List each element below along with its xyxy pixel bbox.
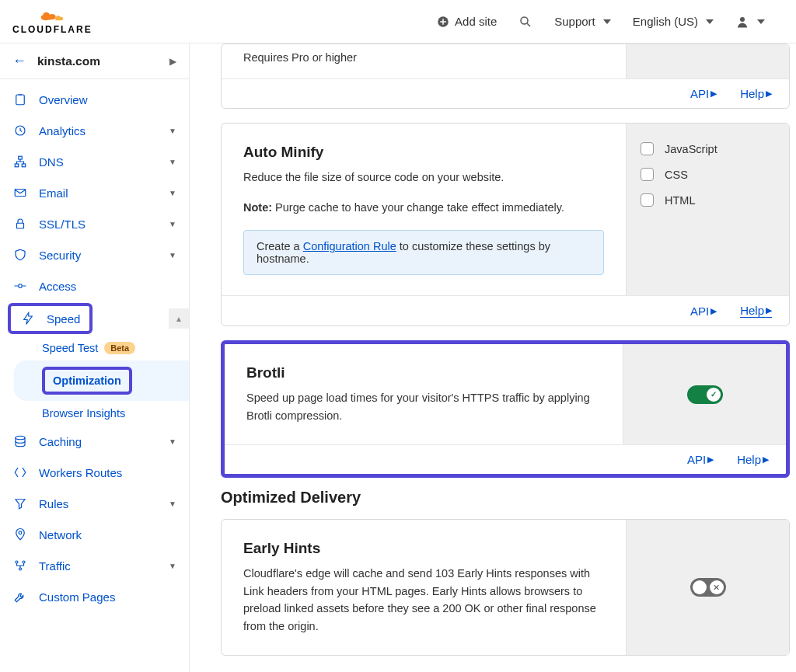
chevron-right-icon: ▶ <box>169 56 176 67</box>
brotli-toggle-area <box>623 344 786 444</box>
sidebar-sub-speed-test[interactable]: Speed TestBeta <box>0 336 189 360</box>
plus-circle-icon <box>436 15 450 29</box>
checkbox-icon[interactable] <box>641 142 654 155</box>
sidebar-item-rules[interactable]: Rules▼ <box>0 488 189 519</box>
workers-icon <box>12 465 28 480</box>
brotli-desc: Speed up page load times for your visito… <box>246 389 601 424</box>
support-menu[interactable]: Support <box>554 15 611 28</box>
card-brotli: Brotli Speed up page load times for your… <box>225 344 786 474</box>
early-hints-toggle-area: ✕ <box>626 520 789 655</box>
svg-rect-7 <box>22 164 26 167</box>
caret-down-icon: ▼ <box>169 437 176 446</box>
site-name: kinsta.com <box>37 54 169 68</box>
card-footer: API▶ Help▶ <box>222 295 789 326</box>
clock-icon <box>12 123 28 138</box>
auto-minify-note: Note: Purge cache to have your change ta… <box>243 199 604 216</box>
caret-down-icon: ▼ <box>169 220 176 228</box>
sidebar-item-caching[interactable]: Caching▼ <box>0 426 189 457</box>
api-link[interactable]: API▶ <box>690 87 717 100</box>
svg-point-10 <box>19 284 23 288</box>
sidebar-item-network[interactable]: Network <box>0 519 189 550</box>
checkbox-icon[interactable] <box>641 168 654 181</box>
early-hints-desc: Cloudflare's edge will cache and send 10… <box>243 565 604 635</box>
brand-logo[interactable]: CLOUDFLARE <box>12 9 93 35</box>
collapse-toggle[interactable]: ▲ <box>169 308 189 329</box>
back-arrow-icon[interactable]: ← <box>12 53 26 69</box>
api-link[interactable]: API▶ <box>690 305 717 318</box>
caret-down-icon: ▼ <box>169 500 176 508</box>
add-site-button[interactable]: Add site <box>436 15 497 29</box>
arrow-right-icon: ▶ <box>766 305 772 315</box>
x-icon: ✕ <box>710 580 724 594</box>
routes-icon <box>12 558 28 573</box>
sidebar: ← kinsta.com ▶ Overview Analytics▼ DNS▼ … <box>0 44 190 672</box>
svg-rect-3 <box>16 95 25 105</box>
sidebar-item-security[interactable]: Security▼ <box>0 239 189 270</box>
arrow-right-icon: ▶ <box>710 306 717 316</box>
svg-rect-5 <box>19 156 23 159</box>
sidebar-item-speed[interactable]: Speed <box>11 306 89 331</box>
api-link[interactable]: API▶ <box>687 453 714 466</box>
user-menu[interactable] <box>735 15 765 29</box>
caret-down-icon: ▼ <box>169 158 176 166</box>
brotli-highlight: Brotli Speed up page load times for your… <box>221 340 790 478</box>
site-selector[interactable]: ← kinsta.com ▶ <box>0 44 189 79</box>
sidebar-item-email[interactable]: Email▼ <box>0 177 189 208</box>
access-icon <box>12 278 28 294</box>
main-content: Requires Pro or higher API▶ Help▶ Auto M… <box>190 44 796 672</box>
auto-minify-title: Auto Minify <box>243 144 604 161</box>
lock-icon <box>12 216 28 232</box>
minify-options: JavaScript CSS HTML <box>626 124 789 295</box>
early-hints-title: Early Hints <box>243 540 604 557</box>
sidebar-item-custom-pages[interactable]: Custom Pages <box>0 581 189 612</box>
card-side-empty <box>626 44 789 78</box>
speed-highlight: Speed <box>8 303 93 334</box>
shield-icon <box>12 247 28 263</box>
minify-css-row[interactable]: CSS <box>641 168 775 181</box>
minify-js-row[interactable]: JavaScript <box>641 142 775 155</box>
config-rule-tip: Create a Configuration Rule to customize… <box>243 230 604 275</box>
sidebar-sub-optimization[interactable]: Optimization <box>14 360 189 401</box>
arrow-right-icon: ▶ <box>766 89 772 99</box>
add-site-label: Add site <box>455 15 497 28</box>
arrow-right-icon: ▶ <box>763 454 769 465</box>
help-link[interactable]: Help▶ <box>740 304 772 318</box>
nav-list: Overview Analytics▼ DNS▼ Email▼ SSL/TLS▼… <box>0 79 189 617</box>
optimized-delivery-heading: Optimized Delivery <box>221 489 790 507</box>
language-menu[interactable]: English (US) <box>633 15 714 28</box>
svg-point-12 <box>19 531 22 534</box>
sidebar-item-workers-routes[interactable]: Workers Routes <box>0 457 189 488</box>
card-footer: API▶ Help▶ <box>222 78 789 108</box>
sidebar-item-ssltls[interactable]: SSL/TLS▼ <box>0 208 189 239</box>
search-icon <box>518 15 532 29</box>
sidebar-sub-browser-insights[interactable]: Browser Insights <box>0 401 189 426</box>
wrench-icon <box>12 589 28 604</box>
search-button[interactable] <box>518 15 532 29</box>
svg-point-14 <box>23 561 25 563</box>
help-link[interactable]: Help▶ <box>740 87 772 100</box>
sidebar-item-traffic[interactable]: Traffic▼ <box>0 550 189 581</box>
toggle-knob <box>693 580 707 594</box>
funnel-icon <box>12 496 28 511</box>
bolt-icon <box>20 311 36 326</box>
sidebar-item-analytics[interactable]: Analytics▼ <box>0 115 189 146</box>
requires-pro-text: Requires Pro or higher <box>243 49 604 66</box>
beta-badge: Beta <box>104 342 135 354</box>
caret-down-icon: ▼ <box>169 127 176 135</box>
svg-rect-8 <box>15 190 26 197</box>
sidebar-item-dns[interactable]: DNS▼ <box>0 146 189 177</box>
sidebar-item-access[interactable]: Access <box>0 270 189 301</box>
brotli-toggle[interactable] <box>687 385 723 404</box>
configuration-rule-link[interactable]: Configuration Rule <box>303 240 396 252</box>
early-hints-toggle[interactable]: ✕ <box>690 578 726 597</box>
card-early-hints: Early Hints Cloudflare's edge will cache… <box>221 519 790 656</box>
cloud-icon <box>35 9 69 24</box>
brotli-title: Brotli <box>246 364 601 381</box>
minify-html-row[interactable]: HTML <box>641 193 775 207</box>
checkbox-icon[interactable] <box>641 193 654 207</box>
sidebar-item-overview[interactable]: Overview <box>0 84 189 115</box>
pin-icon <box>12 527 28 542</box>
help-link[interactable]: Help▶ <box>737 453 769 466</box>
auto-minify-desc: Reduce the file size of source code on y… <box>243 169 604 186</box>
caret-down-icon: ▼ <box>169 251 176 259</box>
